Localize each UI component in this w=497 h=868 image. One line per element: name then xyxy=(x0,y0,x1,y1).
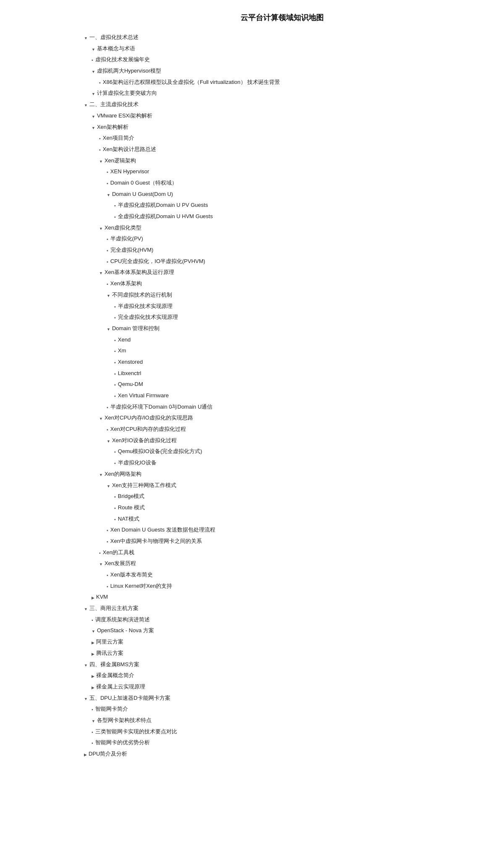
bullet-icon: • xyxy=(114,336,116,345)
tree-item-label: 半虚拟化虚拟机Domain U PV Guests xyxy=(118,200,208,211)
bullet-icon: • xyxy=(107,168,108,177)
arrow-down-icon[interactable] xyxy=(84,101,88,109)
tree-item-label: 半虚拟化环境下Domain 0与Domain U通信 xyxy=(110,402,212,412)
tree-item-label: 五、DPU上加速器D卡能网卡方案 xyxy=(89,693,170,704)
arrow-down-icon[interactable] xyxy=(107,325,110,334)
tree-item-label: Qemu-DM xyxy=(118,379,143,390)
tree-item: Xen基本体系架构及运行原理 xyxy=(99,267,480,278)
bullet-icon: • xyxy=(114,213,116,222)
arrow-down-icon[interactable] xyxy=(92,45,95,54)
tree-item-label: 阿里云方案 xyxy=(96,637,123,647)
bullet-icon: • xyxy=(107,425,108,434)
arrow-down-icon[interactable] xyxy=(92,717,95,725)
tree-item: •半虚拟化环境下Domain 0与Domain U通信 xyxy=(107,401,480,413)
bullet-icon: • xyxy=(114,358,116,367)
arrow-down-icon[interactable] xyxy=(107,190,110,199)
tree-item-label: Xen对IO设备的虚拟化过程 xyxy=(112,435,177,446)
tree-item: 计算虚拟化主要突破方向 xyxy=(92,88,480,99)
bullet-icon: • xyxy=(99,78,101,87)
arrow-down-icon[interactable] xyxy=(92,67,95,76)
bullet-icon: • xyxy=(107,280,108,289)
tree-item-label: Xen逻辑架构 xyxy=(105,156,136,166)
arrow-down-icon[interactable] xyxy=(84,694,88,703)
tree-item: •Xen Domain U Guests 发送数据包处理流程 xyxy=(107,524,480,536)
tree-item-label: NAT模式 xyxy=(118,514,139,524)
bullet-icon: • xyxy=(92,728,93,737)
tree-item-label: Xen基本体系架构及运行原理 xyxy=(105,267,174,278)
arrow-down-icon[interactable] xyxy=(99,157,103,166)
tree-item: •Xen中虚拟网卡与物理网卡之间的关系 xyxy=(107,536,480,547)
tree-item: Xen的网络架构 xyxy=(99,469,480,480)
arrow-down-icon[interactable] xyxy=(99,560,103,568)
arrow-right-icon[interactable] xyxy=(92,638,94,647)
bullet-icon: • xyxy=(114,459,116,468)
tree-item: 裸金属上云实现原理 xyxy=(92,681,480,693)
tree-item: •Xenstored xyxy=(114,357,480,368)
bullet-icon: • xyxy=(114,392,116,401)
arrow-down-icon[interactable] xyxy=(84,661,88,670)
tree-item-label: Domain U Guest(Dom U) xyxy=(112,189,173,200)
tree-item-label: 半虚拟化(PV) xyxy=(110,234,143,244)
tree-item-label: 一、虚拟化技术总述 xyxy=(89,32,139,43)
arrow-down-icon[interactable] xyxy=(99,470,103,479)
bullet-icon: • xyxy=(114,448,116,456)
arrow-down-icon[interactable] xyxy=(107,291,110,300)
tree-item: •Xen的工具栈 xyxy=(99,547,480,558)
tree-item-label: 不同虚拟技术的运行机制 xyxy=(112,290,172,300)
bullet-icon: • xyxy=(114,493,116,501)
tree-item-label: Xen虚拟化类型 xyxy=(105,223,141,233)
bullet-icon: • xyxy=(107,526,108,535)
tree-item: •完全虚拟化(HVM) xyxy=(107,245,480,256)
tree-item: •智能网卡简介 xyxy=(92,704,480,715)
tree-item: •Xend xyxy=(114,334,480,346)
tree-item: 腾讯云方案 xyxy=(92,648,480,659)
tree-item: KVM xyxy=(92,592,480,603)
arrow-right-icon[interactable] xyxy=(92,672,94,680)
arrow-down-icon[interactable] xyxy=(84,34,88,42)
arrow-down-icon[interactable] xyxy=(99,224,103,233)
arrow-down-icon[interactable] xyxy=(92,123,95,132)
tree-item-label: Route 模式 xyxy=(118,503,145,513)
tree-item: •CPU完全虚拟化，IO半虚拟化(PVHVM) xyxy=(107,256,480,267)
tree-item-label: 调度系统架构演进简述 xyxy=(95,615,150,625)
tree-item-label: 智能网卡简介 xyxy=(95,704,128,714)
tree-item-label: 四、裸金属BMS方案 xyxy=(89,659,139,670)
tree-item: 二、主流虚拟化技术 xyxy=(84,99,480,110)
tree-item-label: 三、商用云主机方案 xyxy=(89,603,139,614)
page-title: 云平台计算领域知识地图 xyxy=(84,13,480,23)
arrow-right-icon[interactable] xyxy=(92,593,94,602)
arrow-right-icon[interactable] xyxy=(92,683,94,692)
arrow-down-icon[interactable] xyxy=(99,268,103,277)
tree-item-label: Linux Kernel对Xen的支持 xyxy=(110,581,172,592)
tree-item: •X86架构运行态权限模型以及全虚拟化（Full virtualization）… xyxy=(99,77,480,88)
bullet-icon: • xyxy=(114,370,116,378)
arrow-down-icon[interactable] xyxy=(84,605,88,613)
tree-item-label: 基本概念与术语 xyxy=(97,44,135,54)
tree-item-label: Qemu模拟IO设备(完全虚拟化方式) xyxy=(118,446,202,457)
tree-item-label: Xen支持三种网络工作模式 xyxy=(112,480,176,491)
bullet-icon: • xyxy=(114,504,116,513)
knowledge-tree: 一、虚拟化技术总述基本概念与术语•虚拟化技术发展编年史虚拟机两大Hypervis… xyxy=(84,32,480,760)
tree-item-label: 半虚拟化技术实现原理 xyxy=(118,301,173,312)
arrow-right-icon[interactable] xyxy=(84,750,87,759)
tree-item-label: Xen的网络架构 xyxy=(105,469,141,480)
arrow-down-icon[interactable] xyxy=(92,112,95,121)
tree-item-label: Xen架构设计思路总述 xyxy=(103,144,156,155)
arrow-down-icon[interactable] xyxy=(107,437,110,446)
tree-item: •Libxenctrl xyxy=(114,368,480,379)
tree-item: 三、商用云主机方案 xyxy=(84,603,480,614)
tree-item-label: Xen对CPU和内存的虚拟化过程 xyxy=(110,424,186,435)
tree-item: •虚拟化技术发展编年史 xyxy=(92,54,480,65)
bullet-icon: • xyxy=(92,739,93,748)
tree-item: OpenStack - Nova 方案 xyxy=(92,625,480,636)
tree-item: •Xen对CPU和内存的虚拟化过程 xyxy=(107,424,480,435)
arrow-down-icon[interactable] xyxy=(99,414,103,423)
arrow-right-icon[interactable] xyxy=(92,649,94,658)
tree-item: •半虚拟化IO设备 xyxy=(114,457,480,469)
tree-item: •Xen项目简介 xyxy=(99,133,480,144)
bullet-icon: • xyxy=(107,571,108,580)
arrow-down-icon[interactable] xyxy=(92,627,95,636)
arrow-down-icon[interactable] xyxy=(92,89,95,98)
tree-item: •完全虚拟化技术实现原理 xyxy=(114,312,480,323)
arrow-down-icon[interactable] xyxy=(107,482,110,490)
